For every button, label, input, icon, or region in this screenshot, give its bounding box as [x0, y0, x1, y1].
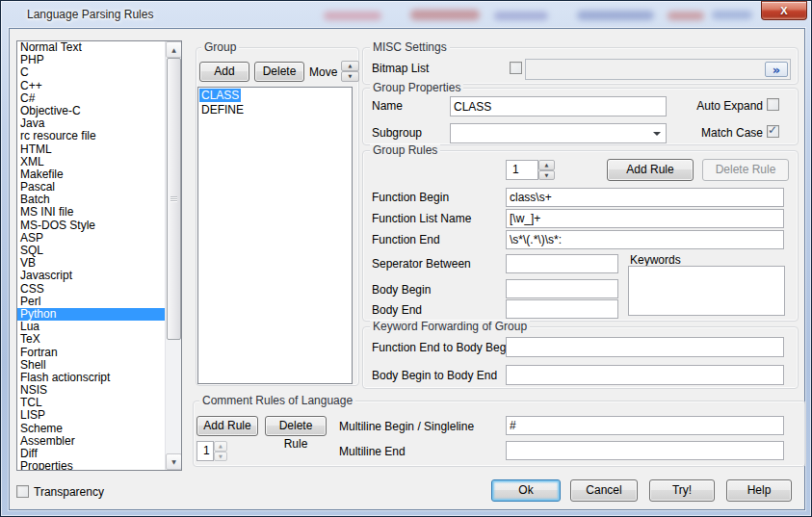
- list-item[interactable]: CSS: [17, 283, 165, 296]
- glass-blur-artifact: [712, 11, 752, 19]
- function-end-input[interactable]: [506, 230, 784, 249]
- bitmap-list-label: Bitmap List: [372, 62, 429, 75]
- list-item[interactable]: HTML: [17, 143, 165, 156]
- try-button[interactable]: Try!: [649, 479, 715, 502]
- function-begin-input[interactable]: [506, 188, 784, 207]
- function-end-label: Function End: [372, 233, 440, 246]
- keyword-forwarding-title: Keyword Forwarding of Group: [370, 321, 530, 333]
- function-list-name-label: Function List Name: [372, 212, 471, 225]
- transparency-checkbox[interactable]: [16, 485, 29, 498]
- language-listbox[interactable]: Normal TextPHPCC++C#Objective-CJavarc re…: [16, 40, 182, 471]
- spinner-down-icon[interactable]: ▼: [538, 170, 555, 181]
- language-list-items: Normal TextPHPCC++C#Objective-CJavarc re…: [17, 41, 165, 470]
- comment-index-field[interactable]: 1: [196, 441, 214, 461]
- keywords-label: Keywords: [630, 253, 681, 267]
- list-item[interactable]: Javascript: [17, 270, 165, 282]
- seperator-between-label: Seperator Between: [372, 257, 471, 271]
- match-case-label: Match Case: [626, 126, 763, 140]
- body-begin-to-body-end-label: Body Begin to Body End: [372, 369, 497, 382]
- title-bar[interactable]: Language Parsing Rules X: [1, 1, 811, 28]
- spinner-up-icon[interactable]: ▲: [341, 61, 359, 71]
- glass-blur-artifact: [668, 12, 704, 20]
- multiline-begin-input[interactable]: [506, 416, 784, 435]
- match-case-checkbox[interactable]: ✓: [767, 125, 779, 138]
- name-label: Name: [372, 99, 403, 113]
- add-rule-button[interactable]: Add Rule: [607, 159, 694, 181]
- close-button[interactable]: X: [761, 1, 807, 20]
- rule-index-field[interactable]: 1: [506, 160, 538, 180]
- chevron-right-icon[interactable]: »: [765, 62, 788, 77]
- list-item[interactable]: CLASS: [199, 89, 241, 102]
- transparency-label: Transparency: [34, 485, 104, 499]
- function-end-to-body-begin-input[interactable]: [506, 337, 784, 357]
- list-item[interactable]: Properties: [17, 460, 165, 470]
- group-listbox[interactable]: CLASSDEFINE: [197, 87, 353, 384]
- list-item[interactable]: XML: [17, 156, 165, 168]
- function-end-to-body-begin-label: Function End to Body Begin: [372, 341, 515, 354]
- delete-rule-button[interactable]: Delete Rule: [702, 159, 789, 181]
- auto-expand-label: Auto Expand: [626, 99, 763, 113]
- body-end-input[interactable]: [506, 299, 618, 319]
- body-begin-to-body-end-input[interactable]: [506, 365, 784, 385]
- checkmark-icon: ✓: [768, 123, 777, 137]
- list-item[interactable]: Shell: [17, 359, 165, 372]
- list-item[interactable]: Perl: [17, 296, 165, 308]
- body-begin-label: Body Begin: [372, 283, 431, 297]
- comment-index-spinner[interactable]: ▲ ▼: [214, 441, 227, 461]
- function-list-name-input[interactable]: [506, 209, 784, 228]
- list-item[interactable]: C: [17, 66, 165, 79]
- list-item[interactable]: SQL: [17, 245, 165, 257]
- language-list-scrollbar[interactable]: ▲ ▼: [165, 41, 181, 470]
- scrollbar-thumb[interactable]: [167, 58, 181, 340]
- list-item[interactable]: rc resource file: [17, 130, 165, 142]
- list-item[interactable]: MS INI file: [17, 206, 165, 219]
- misc-settings-title: MISC Settings: [370, 41, 450, 54]
- list-item[interactable]: Scheme: [17, 423, 165, 435]
- scrollbar-grip: [170, 196, 177, 202]
- list-item[interactable]: MS-DOS Style: [17, 220, 165, 232]
- group-add-button[interactable]: Add: [199, 62, 249, 82]
- comment-rules-title: Comment Rules of Language: [199, 395, 355, 407]
- list-item[interactable]: PHP: [17, 54, 165, 66]
- group-move-label: Move: [309, 65, 337, 79]
- scroll-down-icon[interactable]: ▼: [166, 453, 182, 470]
- multiline-end-input[interactable]: [506, 441, 784, 460]
- scroll-up-icon[interactable]: ▲: [166, 41, 182, 58]
- seperator-between-input[interactable]: [506, 254, 618, 273]
- list-item[interactable]: LISP: [17, 409, 165, 422]
- function-begin-label: Function Begin: [372, 191, 449, 204]
- cancel-button[interactable]: Cancel: [570, 479, 638, 502]
- list-item[interactable]: Fortran: [17, 347, 165, 359]
- bitmap-list-field[interactable]: »: [525, 59, 791, 80]
- subgroup-label: Subgroup: [372, 126, 422, 140]
- spinner-down-icon[interactable]: ▼: [341, 71, 359, 82]
- comment-delete-rule-button[interactable]: Delete Rule: [265, 416, 327, 436]
- spinner-down-icon[interactable]: ▼: [214, 452, 227, 462]
- list-item[interactable]: C#: [17, 92, 165, 105]
- spinner-up-icon[interactable]: ▲: [214, 441, 227, 452]
- multiline-begin-label: Multiline Begin / Singleline: [339, 420, 474, 433]
- spinner-up-icon[interactable]: ▲: [538, 160, 555, 170]
- keywords-textarea[interactable]: [628, 266, 785, 316]
- multiline-end-label: Multiline End: [339, 445, 406, 458]
- comment-add-rule-button[interactable]: Add Rule: [196, 416, 258, 436]
- rule-index-spinner[interactable]: ▲ ▼: [538, 160, 555, 180]
- list-item[interactable]: DEFINE: [199, 103, 246, 116]
- list-item[interactable]: Assembler: [17, 435, 165, 448]
- glass-blur-artifact: [410, 10, 480, 20]
- glass-blur-artifact: [577, 11, 654, 20]
- ok-button[interactable]: Ok: [491, 479, 561, 502]
- dialog-client-area: Normal TextPHPCC++C#Objective-CJavarc re…: [9, 28, 805, 510]
- glass-blur-artifact: [324, 12, 381, 20]
- close-icon: X: [780, 5, 787, 16]
- group-delete-button[interactable]: Delete: [254, 62, 304, 82]
- list-item[interactable]: TeX: [17, 333, 165, 346]
- help-button[interactable]: Help: [726, 479, 792, 502]
- body-begin-input[interactable]: [506, 279, 618, 298]
- body-end-label: Body End: [372, 303, 422, 317]
- group-properties-title: Group Properties: [370, 82, 463, 94]
- bitmap-list-checkbox[interactable]: [510, 62, 522, 74]
- group-move-spinner[interactable]: ▲ ▼: [341, 61, 359, 82]
- list-item[interactable]: C++: [17, 80, 165, 92]
- auto-expand-checkbox[interactable]: [767, 98, 779, 111]
